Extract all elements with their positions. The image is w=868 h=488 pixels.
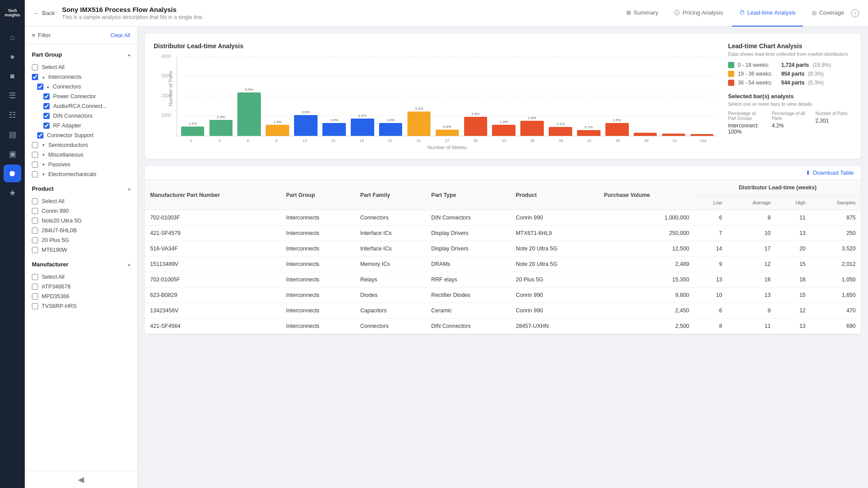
connectors-checkbox[interactable]	[37, 84, 43, 90]
tvs6rp-checkbox[interactable]	[32, 303, 38, 309]
filter-electromechanicals[interactable]: ▾ Electromechanicals	[25, 169, 137, 179]
bar-13[interactable]	[549, 127, 572, 136]
semiconductors-toggle[interactable]: ▾	[43, 143, 45, 147]
bar-16[interactable]	[634, 133, 657, 136]
connectors-expand[interactable]: ▴	[47, 85, 49, 89]
bar-5[interactable]	[322, 123, 346, 136]
atp348678-checkbox[interactable]	[32, 284, 38, 290]
bar-12[interactable]	[520, 121, 544, 136]
bar-1[interactable]	[209, 120, 233, 136]
miscellaneous-checkbox[interactable]	[32, 152, 38, 158]
sidebar-collapse-button[interactable]: ◀	[25, 471, 137, 488]
mt6190w-checkbox[interactable]	[32, 247, 38, 253]
product-header[interactable]: Product ▴	[25, 182, 137, 196]
interconnects-checkbox[interactable]	[32, 74, 38, 80]
product-select-all[interactable]: Select All	[25, 196, 137, 206]
din-connectors-checkbox[interactable]	[43, 113, 50, 119]
bar-group-4[interactable]: 2.6%	[292, 57, 320, 136]
filter-interconnects[interactable]: ▴ Interconnects	[25, 72, 137, 82]
bar-group-18[interactable]	[688, 57, 716, 136]
list-icon-btn[interactable]: ☰	[4, 87, 21, 104]
bar-0[interactable]	[181, 127, 205, 136]
note20ultra-checkbox[interactable]	[32, 218, 38, 224]
manufacturer-header[interactable]: Manufacturer ▴	[25, 257, 137, 271]
manufacturer-tvs6rp[interactable]: TVS6RP-HRS	[25, 301, 137, 311]
monitor-icon-btn[interactable]: ▣	[4, 145, 21, 163]
passives-checkbox[interactable]	[32, 161, 38, 168]
bar-group-15[interactable]: 1.6%	[603, 57, 631, 136]
page-info-icon[interactable]: i	[851, 9, 859, 17]
back-button[interactable]: ← Back	[34, 10, 55, 16]
filter-connector-support[interactable]: Connector Support	[25, 131, 137, 140]
filter-passives[interactable]: ▾ Passives	[25, 160, 137, 169]
electromechanicals-toggle[interactable]: ▾	[43, 172, 45, 177]
manufacturer-mpd35366[interactable]: MPD35366	[25, 292, 137, 301]
filter-power-connector[interactable]: Power Connector	[25, 92, 137, 101]
miscellaneous-toggle[interactable]: ▾	[43, 153, 45, 157]
analytics-icon-btn[interactable]: ▤	[4, 126, 21, 143]
select-all-checkbox[interactable]	[32, 64, 38, 70]
bar-group-13[interactable]: 1.1%	[547, 57, 574, 136]
bar-group-0[interactable]: 1.2%	[179, 57, 206, 136]
bar-group-17[interactable]	[660, 57, 687, 136]
bar-4[interactable]	[294, 115, 318, 136]
bar-group-1[interactable]: 2.3%	[207, 57, 235, 136]
manufacturer-atp348678[interactable]: ATP348678	[25, 282, 137, 292]
product-note20ultra[interactable]: Note20 Ultra 5G	[25, 216, 137, 226]
star-icon-btn[interactable]: ★	[4, 184, 21, 202]
bar-9[interactable]	[436, 130, 459, 136]
bar-10[interactable]	[464, 117, 488, 136]
manufacturer-select-all-checkbox[interactable]	[32, 274, 38, 280]
passives-toggle[interactable]: ▾	[43, 162, 45, 167]
tab-leadtime[interactable]: ⏱ Lead-time Analysis	[732, 0, 803, 27]
bar-group-2[interactable]: 5.5%	[236, 57, 263, 136]
product-conrin990[interactable]: Conrin 990	[25, 206, 137, 216]
bar-14[interactable]	[577, 130, 601, 136]
connector-support-checkbox[interactable]	[37, 132, 43, 138]
audio-rca-checkbox[interactable]	[43, 103, 50, 109]
settings-active-icon-btn[interactable]: ⏺	[4, 165, 21, 182]
product-284u7[interactable]: 284U7-6HL0B	[25, 226, 137, 235]
bar-group-3[interactable]: 1.4%	[264, 57, 291, 136]
search-icon-btn[interactable]: ●	[4, 48, 21, 65]
tab-pricing[interactable]: ⓘ Pricing Analysis	[667, 0, 730, 27]
bar-2[interactable]	[237, 92, 261, 136]
bar-group-7[interactable]: 1.6%	[377, 57, 404, 136]
20plus5g-checkbox[interactable]	[32, 237, 38, 243]
filter-semiconductors[interactable]: ▾ Semiconductors	[25, 140, 137, 150]
clear-all-button[interactable]: Clear All	[110, 32, 130, 38]
bar-group-14[interactable]: 0.7%	[575, 57, 602, 136]
bar-group-11[interactable]: 1.4%	[490, 57, 518, 136]
bar-group-10[interactable]: 2.4%	[462, 57, 489, 136]
tab-coverage[interactable]: ◎ Coverage	[805, 0, 851, 27]
product-mt6190w[interactable]: MT6190W	[25, 245, 137, 255]
semiconductors-checkbox[interactable]	[32, 142, 38, 148]
bar-group-6[interactable]: 2.2%	[349, 57, 376, 136]
product-20plus5g[interactable]: 20 Plus 5G	[25, 235, 137, 245]
bar-17[interactable]	[662, 134, 686, 136]
bar-group-12[interactable]: 1.9%	[519, 57, 546, 136]
bar-6[interactable]	[351, 119, 374, 136]
bar-8[interactable]	[407, 111, 431, 136]
manufacturer-select-all[interactable]: Select All	[25, 272, 137, 282]
filter-rf-adapter[interactable]: RF Adapter	[25, 121, 137, 131]
power-connector-checkbox[interactable]	[43, 93, 50, 100]
conrin990-checkbox[interactable]	[32, 208, 38, 214]
filter-din-connectors[interactable]: DIN Connectors	[25, 111, 137, 121]
bar-group-5[interactable]: 1.6%	[320, 57, 348, 136]
bar-group-16[interactable]	[632, 57, 659, 136]
filter-audio-rca[interactable]: Audio/RCA Connect...	[25, 101, 137, 111]
284u7-checkbox[interactable]	[32, 227, 38, 234]
filter-miscellaneous[interactable]: ▾ Miscellaneous	[25, 150, 137, 160]
part-group-select-all[interactable]: Select All	[25, 62, 137, 72]
notes-icon-btn[interactable]: ☷	[4, 106, 21, 124]
product-select-all-checkbox[interactable]	[32, 198, 38, 204]
mpd35366-checkbox[interactable]	[32, 293, 38, 300]
bar-18[interactable]	[690, 134, 714, 136]
bar-group-9[interactable]: 0.8%	[434, 57, 461, 136]
bar-group-8[interactable]: 3.1%	[405, 57, 433, 136]
bar-7[interactable]	[379, 123, 403, 136]
part-group-header[interactable]: Part Group ▴	[25, 48, 137, 61]
filter-connectors[interactable]: ▴ Connectors	[25, 82, 137, 92]
home-icon-btn[interactable]: ⌂	[4, 28, 21, 46]
